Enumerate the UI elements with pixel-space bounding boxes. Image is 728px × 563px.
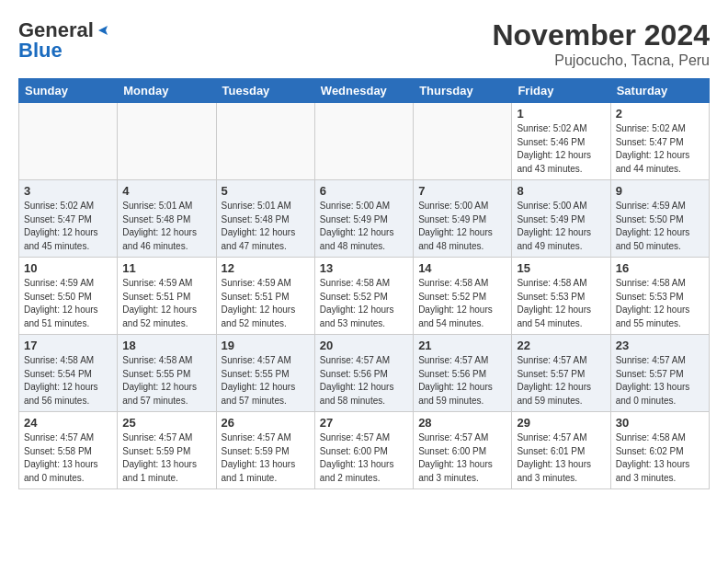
day-info: Sunrise: 5:02 AM Sunset: 5:47 PM Dayligh… — [616, 122, 704, 176]
day-number: 29 — [517, 416, 605, 430]
day-number: 16 — [616, 261, 704, 275]
day-number: 28 — [418, 416, 506, 430]
calendar-day-cell: 27Sunrise: 4:57 AM Sunset: 6:00 PM Dayli… — [314, 412, 413, 489]
day-info: Sunrise: 5:00 AM Sunset: 5:49 PM Dayligh… — [517, 200, 605, 253]
day-info: Sunrise: 4:58 AM Sunset: 6:02 PM Dayligh… — [616, 431, 704, 485]
calendar-day-cell: 2Sunrise: 5:02 AM Sunset: 5:47 PM Daylig… — [610, 103, 709, 180]
day-info: Sunrise: 4:57 AM Sunset: 5:56 PM Dayligh… — [418, 354, 506, 408]
calendar-day-cell: 22Sunrise: 4:57 AM Sunset: 5:57 PM Dayli… — [512, 335, 610, 412]
location: Pujocucho, Tacna, Peru — [492, 52, 710, 69]
day-number: 25 — [122, 416, 210, 430]
day-info: Sunrise: 4:58 AM Sunset: 5:52 PM Dayligh… — [320, 277, 408, 330]
header-wednesday: Wednesday — [314, 79, 413, 103]
header-friday: Friday — [512, 79, 610, 103]
day-number: 6 — [320, 184, 408, 198]
day-info: Sunrise: 5:01 AM Sunset: 5:48 PM Dayligh… — [122, 200, 210, 253]
calendar-day-cell — [19, 103, 118, 180]
day-number: 2 — [616, 107, 704, 121]
day-number: 9 — [616, 184, 704, 198]
day-number: 14 — [418, 261, 506, 275]
day-number: 10 — [24, 261, 112, 275]
calendar-day-cell: 7Sunrise: 5:00 AM Sunset: 5:49 PM Daylig… — [414, 180, 512, 258]
calendar-day-cell: 11Sunrise: 4:59 AM Sunset: 5:51 PM Dayli… — [118, 258, 216, 335]
day-number: 23 — [616, 339, 704, 352]
calendar-day-cell: 29Sunrise: 4:57 AM Sunset: 6:01 PM Dayli… — [512, 412, 610, 489]
day-number: 15 — [517, 261, 605, 275]
calendar-day-cell: 5Sunrise: 5:01 AM Sunset: 5:48 PM Daylig… — [216, 180, 314, 258]
day-number: 13 — [320, 261, 408, 275]
calendar-day-cell: 12Sunrise: 4:59 AM Sunset: 5:51 PM Dayli… — [216, 258, 314, 335]
calendar-day-cell: 16Sunrise: 4:58 AM Sunset: 5:53 PM Dayli… — [610, 258, 709, 335]
day-number: 7 — [418, 184, 506, 198]
calendar-day-cell: 18Sunrise: 4:58 AM Sunset: 5:55 PM Dayli… — [118, 335, 216, 412]
day-number: 18 — [122, 339, 210, 352]
day-info: Sunrise: 5:01 AM Sunset: 5:48 PM Dayligh… — [222, 200, 310, 253]
day-info: Sunrise: 4:59 AM Sunset: 5:50 PM Dayligh… — [616, 200, 704, 253]
calendar-week-row: 3Sunrise: 5:02 AM Sunset: 5:47 PM Daylig… — [19, 180, 710, 258]
day-info: Sunrise: 4:58 AM Sunset: 5:53 PM Dayligh… — [517, 277, 605, 330]
calendar-day-cell: 20Sunrise: 4:57 AM Sunset: 5:56 PM Dayli… — [314, 335, 413, 412]
day-info: Sunrise: 4:58 AM Sunset: 5:53 PM Dayligh… — [616, 277, 704, 330]
calendar-day-cell: 19Sunrise: 4:57 AM Sunset: 5:55 PM Dayli… — [216, 335, 314, 412]
header-tuesday: Tuesday — [216, 79, 314, 103]
calendar-day-cell: 13Sunrise: 4:58 AM Sunset: 5:52 PM Dayli… — [314, 258, 413, 335]
day-info: Sunrise: 4:57 AM Sunset: 6:00 PM Dayligh… — [320, 431, 408, 485]
calendar-day-cell — [216, 103, 314, 180]
day-number: 8 — [517, 184, 605, 198]
calendar-week-row: 24Sunrise: 4:57 AM Sunset: 5:58 PM Dayli… — [19, 412, 710, 489]
day-number: 3 — [24, 184, 112, 198]
month-title: November 2024 — [492, 18, 710, 52]
day-info: Sunrise: 4:57 AM Sunset: 6:00 PM Dayligh… — [418, 431, 506, 485]
calendar-day-cell: 17Sunrise: 4:58 AM Sunset: 5:54 PM Dayli… — [19, 335, 118, 412]
day-number: 17 — [24, 339, 112, 352]
day-info: Sunrise: 5:00 AM Sunset: 5:49 PM Dayligh… — [320, 200, 408, 253]
day-info: Sunrise: 4:57 AM Sunset: 5:59 PM Dayligh… — [222, 431, 310, 485]
calendar-day-cell: 9Sunrise: 4:59 AM Sunset: 5:50 PM Daylig… — [610, 180, 709, 258]
day-info: Sunrise: 4:57 AM Sunset: 5:56 PM Dayligh… — [320, 354, 408, 408]
header-monday: Monday — [118, 79, 216, 103]
day-number: 26 — [222, 416, 310, 430]
svg-marker-0 — [98, 26, 108, 35]
calendar-day-cell: 28Sunrise: 4:57 AM Sunset: 6:00 PM Dayli… — [414, 412, 512, 489]
day-info: Sunrise: 4:57 AM Sunset: 5:58 PM Dayligh… — [24, 431, 112, 485]
day-info: Sunrise: 4:57 AM Sunset: 5:57 PM Dayligh… — [517, 354, 605, 408]
day-info: Sunrise: 4:59 AM Sunset: 5:50 PM Dayligh… — [24, 277, 112, 330]
day-info: Sunrise: 5:00 AM Sunset: 5:49 PM Dayligh… — [418, 200, 506, 253]
day-number: 4 — [122, 184, 210, 198]
calendar-day-cell: 14Sunrise: 4:58 AM Sunset: 5:52 PM Dayli… — [414, 258, 512, 335]
day-info: Sunrise: 4:58 AM Sunset: 5:55 PM Dayligh… — [122, 354, 210, 408]
calendar-day-cell: 30Sunrise: 4:58 AM Sunset: 6:02 PM Dayli… — [610, 412, 709, 489]
calendar-week-row: 10Sunrise: 4:59 AM Sunset: 5:50 PM Dayli… — [19, 258, 710, 335]
calendar-day-cell: 25Sunrise: 4:57 AM Sunset: 5:59 PM Dayli… — [118, 412, 216, 489]
day-info: Sunrise: 4:59 AM Sunset: 5:51 PM Dayligh… — [122, 277, 210, 330]
day-number: 11 — [122, 261, 210, 275]
day-number: 1 — [517, 107, 605, 121]
logo: General Blue — [18, 18, 112, 63]
calendar-week-row: 17Sunrise: 4:58 AM Sunset: 5:54 PM Dayli… — [19, 335, 710, 412]
day-info: Sunrise: 4:57 AM Sunset: 5:55 PM Dayligh… — [222, 354, 310, 408]
logo-bird-icon — [95, 22, 111, 39]
calendar-week-row: 1Sunrise: 5:02 AM Sunset: 5:46 PM Daylig… — [19, 103, 710, 180]
day-info: Sunrise: 4:58 AM Sunset: 5:54 PM Dayligh… — [24, 354, 112, 408]
day-info: Sunrise: 5:02 AM Sunset: 5:47 PM Dayligh… — [24, 200, 112, 253]
calendar-day-cell — [118, 103, 216, 180]
calendar-day-cell: 4Sunrise: 5:01 AM Sunset: 5:48 PM Daylig… — [118, 180, 216, 258]
calendar-day-cell: 1Sunrise: 5:02 AM Sunset: 5:46 PM Daylig… — [512, 103, 610, 180]
day-info: Sunrise: 4:59 AM Sunset: 5:51 PM Dayligh… — [222, 277, 310, 330]
calendar-day-cell: 21Sunrise: 4:57 AM Sunset: 5:56 PM Dayli… — [414, 335, 512, 412]
header-sunday: Sunday — [19, 79, 118, 103]
calendar-day-cell: 6Sunrise: 5:00 AM Sunset: 5:49 PM Daylig… — [314, 180, 413, 258]
logo-blue: Blue — [18, 39, 63, 63]
calendar-day-cell: 8Sunrise: 5:00 AM Sunset: 5:49 PM Daylig… — [512, 180, 610, 258]
calendar-day-cell: 24Sunrise: 4:57 AM Sunset: 5:58 PM Dayli… — [19, 412, 118, 489]
calendar-day-cell — [314, 103, 413, 180]
day-number: 12 — [222, 261, 310, 275]
day-number: 21 — [418, 339, 506, 352]
calendar-day-cell: 3Sunrise: 5:02 AM Sunset: 5:47 PM Daylig… — [19, 180, 118, 258]
header-saturday: Saturday — [610, 79, 709, 103]
day-number: 5 — [222, 184, 310, 198]
calendar-day-cell: 26Sunrise: 4:57 AM Sunset: 5:59 PM Dayli… — [216, 412, 314, 489]
calendar-day-cell: 10Sunrise: 4:59 AM Sunset: 5:50 PM Dayli… — [19, 258, 118, 335]
day-number: 27 — [320, 416, 408, 430]
day-info: Sunrise: 4:58 AM Sunset: 5:52 PM Dayligh… — [418, 277, 506, 330]
